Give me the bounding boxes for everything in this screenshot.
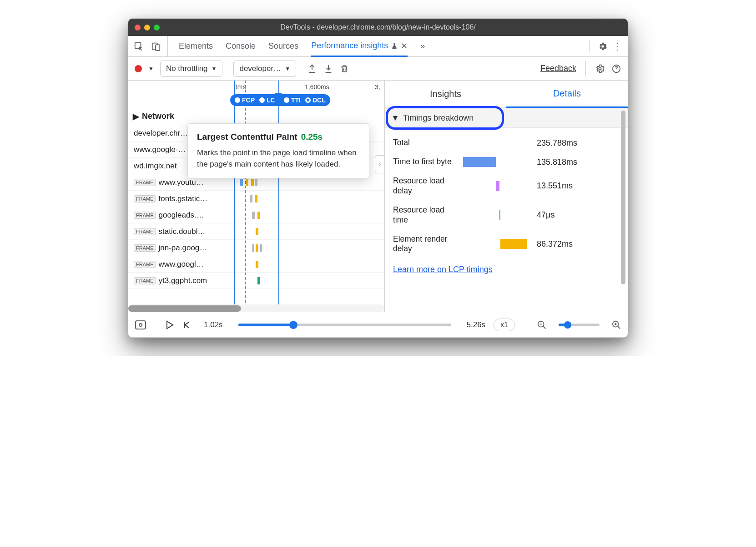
metric-row: Element render delay86.372ms xyxy=(393,230,620,259)
metric-value: 13.551ms xyxy=(537,181,573,191)
horizontal-scrollbar[interactable] xyxy=(128,304,384,312)
timings-breakdown-accordion[interactable]: ▼ Timings breakdown xyxy=(385,108,628,128)
frame-badge: FRAME xyxy=(134,179,156,186)
lcp-tooltip: Largest Contentful Paint 0.25s Marks the… xyxy=(187,123,369,178)
metric-row: Total235.788ms xyxy=(393,133,620,152)
kebab-menu-icon[interactable]: ⋮ xyxy=(613,41,623,52)
record-options-arrow[interactable]: ▼ xyxy=(148,66,154,72)
metric-label: Time to first byte xyxy=(393,157,458,167)
chevron-down-icon: ▼ xyxy=(212,66,217,72)
tooltip-time: 0.25s xyxy=(301,132,323,142)
inspect-icon[interactable] xyxy=(133,41,145,52)
network-row[interactable]: FRAMEwww.googl… xyxy=(128,256,384,273)
frame-badge: FRAME xyxy=(134,244,156,252)
svg-rect-2 xyxy=(156,45,160,51)
throttling-value: No throttling xyxy=(166,64,208,73)
delete-icon[interactable] xyxy=(340,64,349,74)
settings-icon[interactable] xyxy=(598,41,608,51)
network-row[interactable]: FRAMEgoogleads.… xyxy=(128,207,384,223)
collapse-sidebar-toggle[interactable]: › xyxy=(375,155,385,173)
playback-footer: 1.02s 5.26s x1 xyxy=(128,312,628,337)
tab-details[interactable]: Details xyxy=(506,81,628,108)
throttling-select[interactable]: No throttling ▼ xyxy=(160,61,223,77)
zoom-slider[interactable] xyxy=(559,324,600,326)
ruler-tick: 1,600ms xyxy=(305,83,329,91)
help-icon[interactable] xyxy=(611,64,621,74)
tab-elements[interactable]: Elements xyxy=(179,36,213,56)
pane-settings-icon[interactable] xyxy=(595,64,605,74)
metric-label: Element render delay xyxy=(393,234,458,254)
playback-time-left: 1.02s xyxy=(204,320,223,329)
titlebar: DevTools - developer.chrome.com/blog/new… xyxy=(128,19,628,36)
page-select[interactable]: developer… ▼ xyxy=(233,61,296,77)
tab-console[interactable]: Console xyxy=(226,36,256,56)
network-header-label: Network xyxy=(142,111,174,121)
timeline-ruler[interactable]: 0ms 1,600ms 3, xyxy=(128,81,384,94)
network-host-label: www.google-… xyxy=(134,145,186,154)
zoom-in-icon[interactable] xyxy=(611,320,621,330)
svg-rect-5 xyxy=(136,321,146,329)
record-button[interactable] xyxy=(135,65,142,72)
upload-icon[interactable] xyxy=(307,64,317,74)
chevron-right-icon: ▶ xyxy=(133,111,139,122)
more-tabs-icon[interactable]: » xyxy=(420,41,425,51)
metric-value: 86.372ms xyxy=(537,239,573,249)
network-row[interactable]: FRAMEyt3.ggpht.com xyxy=(128,273,384,289)
metric-value: 47µs xyxy=(537,210,554,220)
ruler-tick: 3, xyxy=(375,83,380,91)
page-select-value: developer… xyxy=(239,64,281,73)
tooltip-body: Marks the point in the page load timelin… xyxy=(197,147,360,170)
frame-badge: FRAME xyxy=(134,261,156,268)
metric-label: Resource load time xyxy=(393,205,458,225)
preview-icon[interactable] xyxy=(135,320,146,330)
playback-slider[interactable] xyxy=(238,324,451,326)
zoom-out-icon[interactable] xyxy=(537,320,547,330)
device-toggle-icon[interactable] xyxy=(150,41,162,52)
network-host-label: yt3.ggpht.com xyxy=(159,276,207,285)
frame-badge: FRAME xyxy=(134,228,156,235)
network-row[interactable]: FRAMEstatic.doubl… xyxy=(128,223,384,240)
tab-insights[interactable]: Insights xyxy=(385,81,506,107)
frame-badge: FRAME xyxy=(134,212,156,219)
network-section-header[interactable]: ▶ Network xyxy=(128,108,384,125)
details-pane: Insights Details ▼ Timings breakdown Tot… xyxy=(385,81,628,312)
ruler-tick: 0ms xyxy=(234,83,246,91)
playhead-handle[interactable] xyxy=(274,93,282,103)
tooltip-title: Largest Contentful Paint xyxy=(197,132,297,142)
zoom-level-badge[interactable]: x1 xyxy=(494,319,515,331)
learn-more-link[interactable]: Learn more on LCP timings xyxy=(393,265,493,274)
frame-badge: FRAME xyxy=(134,277,156,284)
metric-value: 235.788ms xyxy=(537,138,577,148)
network-host-label: wd.imgix.net xyxy=(134,162,176,171)
metric-row: Resource load delay13.551ms xyxy=(393,172,620,201)
network-host-label: www.youtu… xyxy=(159,178,204,187)
tab-sources[interactable]: Sources xyxy=(268,36,298,56)
network-host-label: jnn-pa.goog… xyxy=(159,243,207,253)
metric-label: Total xyxy=(393,138,458,148)
network-row[interactable]: FRAMEfonts.gstatic… xyxy=(128,191,384,207)
network-host-label: developer.chr… xyxy=(134,129,188,138)
metric-label: Resource load delay xyxy=(393,176,458,196)
devtools-tabbar: Elements Console Sources Performance ins… xyxy=(128,36,628,57)
download-icon[interactable] xyxy=(323,64,333,74)
tab-performance-insights[interactable]: Performance insights ✕ xyxy=(311,36,408,57)
minimize-window-button[interactable] xyxy=(144,25,150,30)
performance-toolbar: ▼ No throttling ▼ developer… ▼ Feedback xyxy=(128,57,628,81)
metric-row: Resource load time47µs xyxy=(393,201,620,230)
play-button[interactable] xyxy=(166,320,174,329)
chevron-down-icon: ▼ xyxy=(285,66,290,72)
accordion-label: Timings breakdown xyxy=(403,113,474,123)
window-title: DevTools - developer.chrome.com/blog/new… xyxy=(128,23,628,31)
network-row[interactable]: FRAMEjnn-pa.goog… xyxy=(128,240,384,256)
vertical-scrollbar[interactable] xyxy=(620,111,626,308)
maximize-window-button[interactable] xyxy=(154,25,160,30)
frame-badge: FRAME xyxy=(134,195,156,203)
svg-point-3 xyxy=(599,67,601,70)
network-host-label: fonts.gstatic… xyxy=(159,194,208,203)
close-window-button[interactable] xyxy=(135,25,141,30)
close-tab-icon[interactable]: ✕ xyxy=(401,41,408,51)
tab-label: Performance insights xyxy=(311,41,388,51)
feedback-link[interactable]: Feedback xyxy=(540,64,576,73)
seek-start-button[interactable] xyxy=(182,320,191,329)
playback-time-right: 5.26s xyxy=(467,320,486,329)
